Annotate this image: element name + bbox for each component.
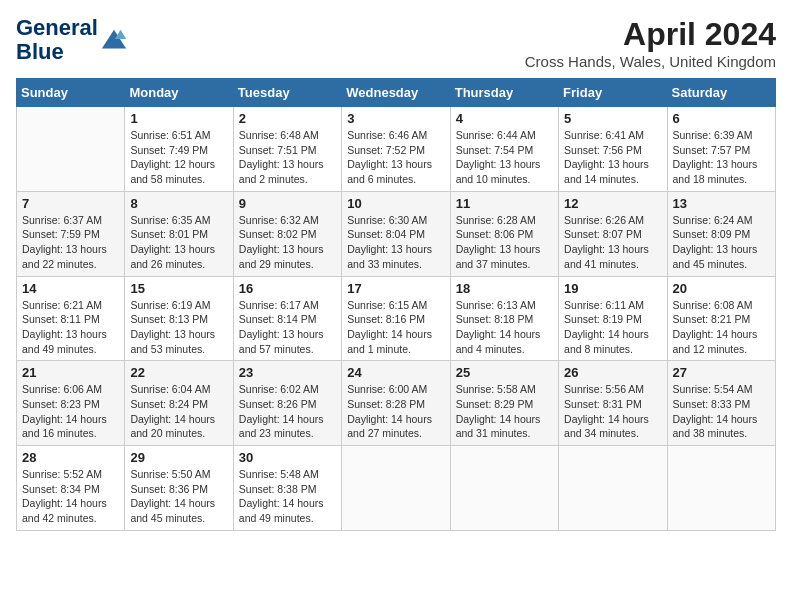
day-number: 12	[564, 196, 661, 211]
calendar-cell: 7Sunrise: 6:37 AMSunset: 7:59 PMDaylight…	[17, 191, 125, 276]
calendar-week-row: 1Sunrise: 6:51 AMSunset: 7:49 PMDaylight…	[17, 107, 776, 192]
calendar-cell: 18Sunrise: 6:13 AMSunset: 8:18 PMDayligh…	[450, 276, 558, 361]
day-number: 16	[239, 281, 336, 296]
day-number: 8	[130, 196, 227, 211]
day-number: 1	[130, 111, 227, 126]
day-number: 2	[239, 111, 336, 126]
day-number: 7	[22, 196, 119, 211]
day-number: 24	[347, 365, 444, 380]
day-info: Sunrise: 6:37 AMSunset: 7:59 PMDaylight:…	[22, 213, 119, 272]
weekday-header-cell: Monday	[125, 79, 233, 107]
calendar-cell: 16Sunrise: 6:17 AMSunset: 8:14 PMDayligh…	[233, 276, 341, 361]
day-number: 9	[239, 196, 336, 211]
day-info: Sunrise: 5:48 AMSunset: 8:38 PMDaylight:…	[239, 467, 336, 526]
calendar-cell: 19Sunrise: 6:11 AMSunset: 8:19 PMDayligh…	[559, 276, 667, 361]
day-info: Sunrise: 6:06 AMSunset: 8:23 PMDaylight:…	[22, 382, 119, 441]
page-header: GeneralBlue April 2024 Cross Hands, Wale…	[16, 16, 776, 70]
main-title: April 2024	[525, 16, 776, 53]
day-info: Sunrise: 5:54 AMSunset: 8:33 PMDaylight:…	[673, 382, 770, 441]
day-info: Sunrise: 6:39 AMSunset: 7:57 PMDaylight:…	[673, 128, 770, 187]
weekday-header-cell: Saturday	[667, 79, 775, 107]
day-number: 19	[564, 281, 661, 296]
day-info: Sunrise: 6:21 AMSunset: 8:11 PMDaylight:…	[22, 298, 119, 357]
weekday-header-row: SundayMondayTuesdayWednesdayThursdayFrid…	[17, 79, 776, 107]
calendar-week-row: 14Sunrise: 6:21 AMSunset: 8:11 PMDayligh…	[17, 276, 776, 361]
day-info: Sunrise: 6:04 AMSunset: 8:24 PMDaylight:…	[130, 382, 227, 441]
calendar-cell: 14Sunrise: 6:21 AMSunset: 8:11 PMDayligh…	[17, 276, 125, 361]
calendar-cell: 9Sunrise: 6:32 AMSunset: 8:02 PMDaylight…	[233, 191, 341, 276]
calendar-cell: 6Sunrise: 6:39 AMSunset: 7:57 PMDaylight…	[667, 107, 775, 192]
calendar-cell	[559, 446, 667, 531]
calendar-cell: 1Sunrise: 6:51 AMSunset: 7:49 PMDaylight…	[125, 107, 233, 192]
calendar-cell: 11Sunrise: 6:28 AMSunset: 8:06 PMDayligh…	[450, 191, 558, 276]
day-info: Sunrise: 6:08 AMSunset: 8:21 PMDaylight:…	[673, 298, 770, 357]
calendar-week-row: 28Sunrise: 5:52 AMSunset: 8:34 PMDayligh…	[17, 446, 776, 531]
calendar-body: 1Sunrise: 6:51 AMSunset: 7:49 PMDaylight…	[17, 107, 776, 531]
weekday-header-cell: Friday	[559, 79, 667, 107]
calendar-cell: 29Sunrise: 5:50 AMSunset: 8:36 PMDayligh…	[125, 446, 233, 531]
day-number: 26	[564, 365, 661, 380]
day-info: Sunrise: 6:46 AMSunset: 7:52 PMDaylight:…	[347, 128, 444, 187]
day-number: 18	[456, 281, 553, 296]
calendar-cell: 21Sunrise: 6:06 AMSunset: 8:23 PMDayligh…	[17, 361, 125, 446]
calendar-cell	[667, 446, 775, 531]
calendar-cell: 22Sunrise: 6:04 AMSunset: 8:24 PMDayligh…	[125, 361, 233, 446]
calendar-cell: 24Sunrise: 6:00 AMSunset: 8:28 PMDayligh…	[342, 361, 450, 446]
calendar-cell: 12Sunrise: 6:26 AMSunset: 8:07 PMDayligh…	[559, 191, 667, 276]
calendar-cell: 30Sunrise: 5:48 AMSunset: 8:38 PMDayligh…	[233, 446, 341, 531]
weekday-header-cell: Wednesday	[342, 79, 450, 107]
day-number: 28	[22, 450, 119, 465]
day-info: Sunrise: 6:30 AMSunset: 8:04 PMDaylight:…	[347, 213, 444, 272]
calendar-cell: 20Sunrise: 6:08 AMSunset: 8:21 PMDayligh…	[667, 276, 775, 361]
day-info: Sunrise: 6:00 AMSunset: 8:28 PMDaylight:…	[347, 382, 444, 441]
calendar-cell: 17Sunrise: 6:15 AMSunset: 8:16 PMDayligh…	[342, 276, 450, 361]
day-info: Sunrise: 6:32 AMSunset: 8:02 PMDaylight:…	[239, 213, 336, 272]
day-number: 22	[130, 365, 227, 380]
calendar-cell	[342, 446, 450, 531]
day-info: Sunrise: 6:44 AMSunset: 7:54 PMDaylight:…	[456, 128, 553, 187]
day-info: Sunrise: 5:58 AMSunset: 8:29 PMDaylight:…	[456, 382, 553, 441]
calendar-week-row: 7Sunrise: 6:37 AMSunset: 7:59 PMDaylight…	[17, 191, 776, 276]
calendar-cell	[450, 446, 558, 531]
day-number: 21	[22, 365, 119, 380]
day-number: 29	[130, 450, 227, 465]
calendar-cell: 2Sunrise: 6:48 AMSunset: 7:51 PMDaylight…	[233, 107, 341, 192]
day-info: Sunrise: 5:56 AMSunset: 8:31 PMDaylight:…	[564, 382, 661, 441]
calendar-cell: 8Sunrise: 6:35 AMSunset: 8:01 PMDaylight…	[125, 191, 233, 276]
calendar-table: SundayMondayTuesdayWednesdayThursdayFrid…	[16, 78, 776, 531]
logo-icon	[100, 26, 128, 54]
calendar-cell: 26Sunrise: 5:56 AMSunset: 8:31 PMDayligh…	[559, 361, 667, 446]
calendar-cell: 15Sunrise: 6:19 AMSunset: 8:13 PMDayligh…	[125, 276, 233, 361]
day-number: 30	[239, 450, 336, 465]
subtitle: Cross Hands, Wales, United Kingdom	[525, 53, 776, 70]
day-info: Sunrise: 6:24 AMSunset: 8:09 PMDaylight:…	[673, 213, 770, 272]
day-number: 10	[347, 196, 444, 211]
day-number: 23	[239, 365, 336, 380]
calendar-cell: 23Sunrise: 6:02 AMSunset: 8:26 PMDayligh…	[233, 361, 341, 446]
day-number: 27	[673, 365, 770, 380]
day-info: Sunrise: 6:19 AMSunset: 8:13 PMDaylight:…	[130, 298, 227, 357]
day-info: Sunrise: 6:41 AMSunset: 7:56 PMDaylight:…	[564, 128, 661, 187]
day-number: 25	[456, 365, 553, 380]
calendar-cell: 3Sunrise: 6:46 AMSunset: 7:52 PMDaylight…	[342, 107, 450, 192]
day-number: 11	[456, 196, 553, 211]
day-info: Sunrise: 6:02 AMSunset: 8:26 PMDaylight:…	[239, 382, 336, 441]
weekday-header-cell: Sunday	[17, 79, 125, 107]
day-number: 4	[456, 111, 553, 126]
calendar-cell: 28Sunrise: 5:52 AMSunset: 8:34 PMDayligh…	[17, 446, 125, 531]
day-info: Sunrise: 6:28 AMSunset: 8:06 PMDaylight:…	[456, 213, 553, 272]
weekday-header-cell: Thursday	[450, 79, 558, 107]
day-number: 17	[347, 281, 444, 296]
day-number: 15	[130, 281, 227, 296]
calendar-cell: 4Sunrise: 6:44 AMSunset: 7:54 PMDaylight…	[450, 107, 558, 192]
day-info: Sunrise: 6:13 AMSunset: 8:18 PMDaylight:…	[456, 298, 553, 357]
calendar-cell: 27Sunrise: 5:54 AMSunset: 8:33 PMDayligh…	[667, 361, 775, 446]
calendar-cell: 25Sunrise: 5:58 AMSunset: 8:29 PMDayligh…	[450, 361, 558, 446]
calendar-week-row: 21Sunrise: 6:06 AMSunset: 8:23 PMDayligh…	[17, 361, 776, 446]
day-number: 13	[673, 196, 770, 211]
calendar-cell: 13Sunrise: 6:24 AMSunset: 8:09 PMDayligh…	[667, 191, 775, 276]
day-number: 3	[347, 111, 444, 126]
day-number: 6	[673, 111, 770, 126]
day-number: 20	[673, 281, 770, 296]
day-info: Sunrise: 6:35 AMSunset: 8:01 PMDaylight:…	[130, 213, 227, 272]
